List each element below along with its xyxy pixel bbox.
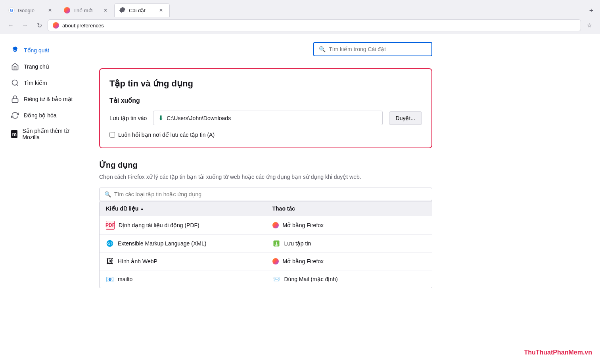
col-action-header: Thao tác [266,201,432,216]
sidebar-item-privacy-label: Riêng tư & bảo mật [24,96,73,102]
files-apps-section: Tập tin và ứng dụng Tải xuống Lưu tập ti… [99,68,432,148]
always-ask-checkbox[interactable] [109,132,115,138]
url-text: about:preferences [62,23,104,29]
table-cell-action: Mở bằng Firefox [266,253,432,270]
sidebar: Tổng quát Trang chủ Tìm kiếm [0,34,87,364]
table-row: 🖼 Hình ảnh WebP Mở bằng Firefox [100,253,432,270]
section-title: Tập tin và ứng dụng [109,79,422,89]
url-bar[interactable]: about:preferences [48,19,581,31]
main-content: 🔍 Tập tin và ứng dụng Tải xuống Lưu tập … [87,34,444,364]
tab-settings-title: Cài đặt [129,8,154,13]
sidebar-item-mozilla-label: Sản phẩm thêm từ Mozilla [22,128,76,140]
mailto-icon: 📧 [106,275,114,283]
watermark: ThuThuatPhanMem.vn [524,349,592,356]
apps-description: Chọn cách Firefox xử lý các tập tin bạn … [99,173,432,181]
table-cell-action: 📨 Dùng Mail (mặc định) [266,270,432,288]
table-type-label: Hình ảnh WebP [118,258,157,264]
pdf-icon: PDF [106,221,115,230]
svg-point-0 [12,80,17,85]
table-cell-action: Lưu tập tin [266,235,432,252]
new-tab-button[interactable]: + [586,5,597,16]
table-cell-type: 📧 mailto [100,270,266,288]
search-input[interactable] [329,46,427,52]
home-icon [11,63,19,71]
reload-button[interactable]: ↻ [33,19,45,31]
tab-settings-close[interactable]: ✕ [157,7,165,14]
tab-bar: G Google ✕ Thẻ mới ✕ Cài đặt ✕ + [0,0,600,17]
mail-action-icon: 📨 [272,275,280,283]
svg-line-1 [17,84,18,86]
sync-icon [11,111,19,119]
apps-search-icon: 🔍 [104,191,111,197]
table-row: Extensible Markup Language (XML) Lưu tập… [100,235,432,253]
svg-rect-2 [12,99,18,102]
sidebar-item-search[interactable]: Tìm kiếm [3,75,84,91]
sidebar-item-mozilla[interactable]: m Sản phẩm thêm từ Mozilla [3,124,84,144]
table-header: Kiểu dữ liệu ▲ Thao tác [100,201,432,216]
sidebar-item-home-label: Trang chủ [24,63,49,70]
apps-title: Ứng dụng [99,160,432,170]
browse-button[interactable]: Duyệt... [389,111,422,125]
search-icon: 🔍 [319,46,326,52]
sidebar-item-sync[interactable]: Đồng bộ hóa [3,107,84,123]
save-action-icon [272,239,280,247]
table-row: 📧 mailto 📨 Dùng Mail (mặc định) [100,270,432,288]
lock-icon [11,95,19,103]
table-action-label: Mở bằng Firefox [283,222,324,228]
sidebar-item-sync-label: Đồng bộ hóa [24,112,57,119]
tab-settings[interactable]: Cài đặt ✕ [114,3,170,17]
mozilla-icon: m [11,130,17,138]
download-label: Lưu tập tin vào [109,115,147,121]
sidebar-item-privacy[interactable]: Riêng tư & bảo mật [3,91,84,107]
xml-icon [106,239,114,247]
download-path-field[interactable]: ⬇ C:\Users\John\Downloads [153,111,382,125]
download-arrow-icon: ⬇ [158,114,163,122]
page-layout: Tổng quát Trang chủ Tìm kiếm [0,34,600,364]
table-cell-type: PDF Định dạng tài liệu di động (PDF) [100,216,266,234]
col-type-header: Kiểu dữ liệu ▲ [100,201,266,216]
gear-icon [11,46,19,54]
download-path: C:\Users\John\Downloads [167,115,231,121]
apps-search-input[interactable] [114,191,427,197]
download-row: Lưu tập tin vào ⬇ C:\Users\John\Download… [109,111,422,125]
table-row: PDF Định dạng tài liệu di động (PDF) Mở … [100,216,432,235]
sidebar-item-general-label: Tổng quát [24,47,49,54]
tab-firefox-new-title: Thẻ mới [73,8,99,13]
sidebar-item-home[interactable]: Trang chủ [3,59,84,75]
browser-chrome: G Google ✕ Thẻ mới ✕ Cài đặt ✕ + ← → ↻ [0,0,600,34]
search-bar-container: 🔍 [99,42,432,56]
settings-tab-icon [119,7,126,13]
apps-search-bar[interactable]: 🔍 [99,188,432,201]
table-type-label: Định dạng tài liệu di động (PDF) [119,222,199,228]
sidebar-item-search-label: Tìm kiếm [24,80,47,86]
table-cell-action: Mở bằng Firefox [266,216,432,234]
table-action-label: Dùng Mail (mặc định) [284,276,338,282]
search-sidebar-icon [11,79,19,87]
table-action-label: Lưu tập tin [284,240,311,247]
table-type-label: Extensible Markup Language (XML) [118,240,206,247]
google-icon: G [8,7,15,13]
firefox-action-icon [272,222,279,228]
tab-firefox-new-close[interactable]: ✕ [102,7,109,14]
apps-section: Ứng dụng Chọn cách Firefox xử lý các tập… [99,160,432,288]
nav-bar: ← → ↻ about:preferences ☆ [0,17,600,34]
always-ask-label: Luôn hỏi bạn nơi để lưu các tập tin (A) [118,132,215,138]
url-firefox-icon [53,22,59,29]
tab-google-close[interactable]: ✕ [46,7,54,14]
back-button[interactable]: ← [5,19,17,31]
tab-firefox-new[interactable]: Thẻ mới ✕ [59,3,114,17]
bookmark-button[interactable]: ☆ [583,19,595,31]
webp-icon: 🖼 [106,257,114,265]
table-cell-type: 🖼 Hình ảnh WebP [100,253,266,270]
forward-button[interactable]: → [19,19,31,31]
table-cell-type: Extensible Markup Language (XML) [100,235,266,252]
table-type-label: mailto [118,276,132,282]
sidebar-item-general[interactable]: Tổng quát [3,42,84,58]
search-bar[interactable]: 🔍 [313,42,432,56]
apps-table: Kiểu dữ liệu ▲ Thao tác PDF Định dạng tà… [99,201,432,288]
checkbox-row: Luôn hỏi bạn nơi để lưu các tập tin (A) [109,132,422,138]
download-subsection-title: Tải xuống [109,97,422,104]
tab-google[interactable]: G Google ✕ [3,3,59,17]
table-action-label: Mở bằng Firefox [283,258,324,264]
tab-google-title: Google [18,8,43,13]
